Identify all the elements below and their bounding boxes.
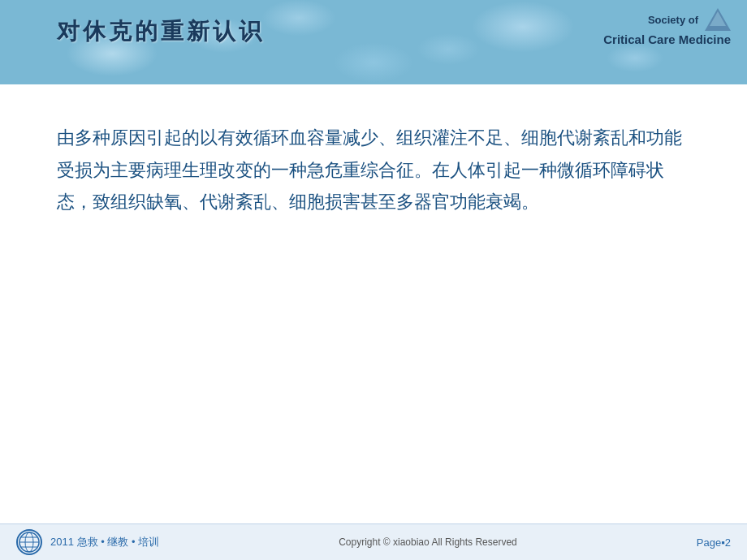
sccm-critical-text: Critical Care Medicine <box>603 32 731 46</box>
main-content: 由多种原因引起的以有效循环血容量减少、组织灌注不足、细胞代谢紊乱和功能受损为主要… <box>0 89 747 519</box>
slide-title: 对休克的重新认识 <box>57 16 265 47</box>
footer: 2011 急救 • 继教 • 培训 Copyright © xiaobiao A… <box>0 523 747 560</box>
sccm-society-text: Society of <box>648 14 698 26</box>
footer-logo-icon <box>16 529 42 555</box>
sccm-logo: Society of Critical Care Medicine <box>603 8 731 46</box>
header-bottom-bar <box>0 84 747 89</box>
footer-copyright: Copyright © xiaobiao All Rights Reserved <box>339 536 517 548</box>
footer-left: 2011 急救 • 继教 • 培训 <box>16 529 159 555</box>
header: 对休克的重新认识 Society of Critical Care Medici… <box>0 0 747 89</box>
sccm-triangle-icon <box>705 8 731 31</box>
footer-page: Page▪2 <box>697 536 731 549</box>
sccm-top-row: Society of <box>648 8 731 31</box>
body-paragraph: 由多种原因引起的以有效循环血容量减少、组织灌注不足、细胞代谢紊乱和功能受损为主要… <box>57 122 690 218</box>
footer-year: 2011 急救 • 继教 • 培训 <box>50 535 159 549</box>
